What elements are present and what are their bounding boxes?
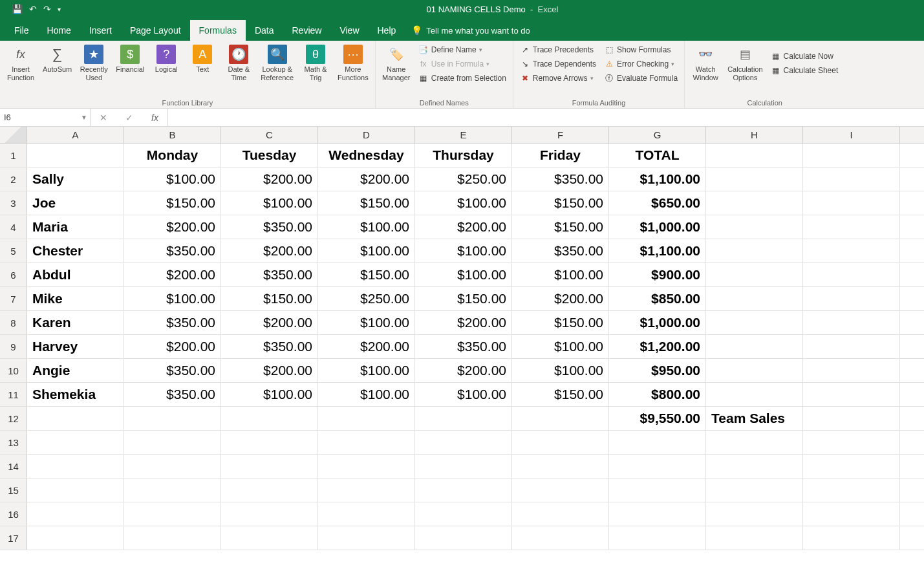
remove-arrows-button[interactable]: ✖Remove Arrows▾ (517, 72, 599, 85)
cell[interactable] (803, 478, 900, 502)
cell[interactable]: $200.00 (124, 263, 221, 286)
cell[interactable]: $9,550.00 (609, 407, 706, 430)
tab-view[interactable]: View (330, 20, 368, 41)
cell[interactable] (803, 383, 900, 406)
cell[interactable] (706, 431, 803, 454)
cell[interactable]: $1,100.00 (609, 239, 706, 263)
cell[interactable]: $350.00 (221, 215, 318, 239)
cell[interactable] (706, 191, 803, 215)
column-header-F[interactable]: F (512, 127, 609, 143)
cell[interactable]: $200.00 (124, 335, 221, 358)
cell[interactable]: $150.00 (415, 287, 512, 310)
logical-button[interactable]: ?Logical (149, 43, 183, 83)
cell[interactable]: Karen (27, 311, 124, 334)
cell[interactable] (221, 455, 318, 478)
cell[interactable]: $100.00 (221, 383, 318, 406)
cell[interactable]: $100.00 (124, 167, 221, 191)
tell-me-search[interactable]: 💡Tell me what you want to do (411, 25, 530, 41)
chevron-down-icon[interactable]: ▼ (81, 114, 87, 121)
cell[interactable] (609, 455, 706, 478)
tab-file[interactable]: File (5, 20, 38, 41)
cell[interactable]: $1,000.00 (609, 311, 706, 334)
cell[interactable] (609, 431, 706, 454)
create-from-selection-button[interactable]: ▦Create from Selection (416, 72, 509, 85)
cell[interactable] (803, 455, 900, 478)
row-header[interactable]: 7 (0, 287, 27, 310)
calculate-now-button[interactable]: ▦Calculate Now (768, 50, 841, 63)
cell[interactable] (803, 335, 900, 358)
cell[interactable]: Mike (27, 287, 124, 310)
cell[interactable] (221, 526, 318, 550)
cell[interactable] (27, 431, 124, 454)
column-header-D[interactable]: D (318, 127, 415, 143)
cell[interactable] (27, 526, 124, 550)
column-header-B[interactable]: B (124, 127, 221, 143)
cell[interactable] (803, 263, 900, 286)
cell[interactable] (512, 455, 609, 478)
column-header-A[interactable]: A (27, 127, 124, 143)
cell[interactable] (706, 455, 803, 478)
lookup-button[interactable]: 🔍Lookup & Reference (258, 43, 296, 83)
cell[interactable]: $200.00 (415, 359, 512, 382)
trace-dependents-button[interactable]: ↘Trace Dependents (517, 58, 599, 70)
cancel-formula-icon[interactable]: ✕ (100, 113, 107, 123)
cell[interactable]: Angie (27, 359, 124, 382)
cell[interactable] (706, 167, 803, 191)
cell[interactable]: $150.00 (512, 311, 609, 334)
cell[interactable] (803, 431, 900, 454)
use-in-formula-button[interactable]: fxUse in Formula▾ (416, 58, 509, 70)
cell[interactable] (318, 407, 415, 430)
cell[interactable]: Harvey (27, 335, 124, 358)
cell[interactable]: Chester (27, 239, 124, 263)
cell[interactable] (221, 478, 318, 502)
autosum-button[interactable]: ∑AutoSum (40, 43, 74, 83)
cell[interactable]: $100.00 (512, 263, 609, 286)
row-header[interactable]: 9 (0, 335, 27, 358)
row-header[interactable]: 14 (0, 455, 27, 478)
cell[interactable]: $100.00 (415, 239, 512, 263)
cell[interactable] (706, 383, 803, 406)
cell[interactable] (124, 407, 221, 430)
cell[interactable] (609, 526, 706, 550)
cell[interactable] (803, 144, 900, 167)
cell[interactable] (318, 526, 415, 550)
cell[interactable] (803, 167, 900, 191)
cell[interactable]: $650.00 (609, 191, 706, 215)
tab-formulas[interactable]: Formulas (190, 20, 246, 41)
calculate-sheet-button[interactable]: ▦Calculate Sheet (768, 64, 841, 77)
cell[interactable]: $200.00 (415, 311, 512, 334)
cell[interactable]: $350.00 (512, 239, 609, 263)
cell[interactable] (318, 478, 415, 502)
cell[interactable]: $1,000.00 (609, 215, 706, 239)
cell[interactable]: Monday (124, 144, 221, 167)
tab-insert[interactable]: Insert (80, 20, 121, 41)
cell[interactable] (318, 431, 415, 454)
row-header[interactable]: 3 (0, 191, 27, 215)
cell[interactable]: $1,200.00 (609, 335, 706, 358)
row-header[interactable]: 11 (0, 383, 27, 406)
recently-used-button[interactable]: ★Recently Used (77, 43, 111, 83)
name-box[interactable]: I6 ▼ (0, 109, 91, 126)
select-all-corner[interactable] (0, 127, 27, 143)
cell[interactable] (512, 502, 609, 526)
cell[interactable]: Wednesday (318, 144, 415, 167)
cell[interactable] (609, 478, 706, 502)
cell[interactable] (27, 455, 124, 478)
cell[interactable] (318, 455, 415, 478)
cell[interactable]: $150.00 (124, 191, 221, 215)
math-trig-button[interactable]: θMath & Trig (299, 43, 332, 83)
fx-icon[interactable]: fx (151, 113, 158, 123)
row-header[interactable]: 16 (0, 502, 27, 526)
row-header[interactable]: 17 (0, 526, 27, 550)
cell[interactable] (706, 287, 803, 310)
cell[interactable]: $200.00 (124, 215, 221, 239)
cell[interactable]: $200.00 (318, 335, 415, 358)
cell[interactable]: Thursday (415, 144, 512, 167)
calculation-options-button[interactable]: ▤Calculation Options (725, 43, 765, 83)
name-manager-button[interactable]: 🏷️Name Manager (380, 43, 413, 85)
tab-data[interactable]: Data (246, 20, 283, 41)
row-header[interactable]: 13 (0, 431, 27, 454)
cell[interactable]: $200.00 (318, 167, 415, 191)
cell[interactable]: $100.00 (512, 335, 609, 358)
save-icon[interactable]: 💾 (12, 4, 23, 14)
